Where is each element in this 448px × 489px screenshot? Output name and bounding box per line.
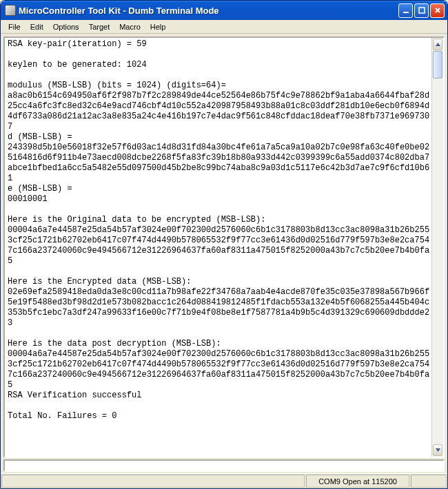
app-icon <box>5 5 16 16</box>
menubar: File Edit Options Target Macro Help <box>1 20 447 34</box>
menu-help[interactable]: Help <box>145 21 171 32</box>
svg-rect-0 <box>403 12 409 13</box>
window-buttons <box>398 3 445 18</box>
menu-edit[interactable]: Edit <box>26 21 48 32</box>
maximize-button[interactable] <box>414 3 429 18</box>
terminal-frame: RSA key-pair(iteration) = 59 keylen to b… <box>3 37 445 458</box>
scroll-thumb[interactable] <box>433 51 442 79</box>
status-left <box>1 475 305 488</box>
statusbar: COM9 Open at 115200 <box>1 473 447 488</box>
svg-marker-4 <box>436 43 440 46</box>
scroll-up-button[interactable] <box>433 39 442 50</box>
minimize-icon <box>403 7 409 14</box>
chevron-down-icon <box>436 448 440 452</box>
app-window: MicroController Tool Kit - Dumb Terminal… <box>0 0 448 489</box>
minimize-button[interactable] <box>398 3 413 18</box>
scroll-down-button[interactable] <box>433 444 442 456</box>
status-center: COM9 Open at 115200 <box>306 475 409 488</box>
menu-macro[interactable]: Macro <box>114 21 145 32</box>
chevron-up-icon <box>436 43 440 46</box>
svg-marker-5 <box>436 448 440 452</box>
client-area: RSA key-pair(iteration) = 59 keylen to b… <box>1 34 447 473</box>
titlebar[interactable]: MicroController Tool Kit - Dumb Terminal… <box>1 1 447 20</box>
menu-target[interactable]: Target <box>84 21 115 32</box>
status-right <box>411 475 447 488</box>
scroll-track[interactable] <box>433 51 442 444</box>
close-button[interactable] <box>430 3 445 18</box>
svg-rect-1 <box>419 8 425 13</box>
vertical-scrollbar[interactable] <box>431 38 443 457</box>
terminal-input[interactable] <box>3 459 445 472</box>
menu-options[interactable]: Options <box>48 21 84 32</box>
terminal-output[interactable]: RSA key-pair(iteration) = 59 keylen to b… <box>5 38 431 457</box>
menu-file[interactable]: File <box>3 21 26 32</box>
close-icon <box>434 7 441 14</box>
maximize-icon <box>418 7 425 14</box>
window-title: MicroController Tool Kit - Dumb Terminal… <box>19 6 398 16</box>
